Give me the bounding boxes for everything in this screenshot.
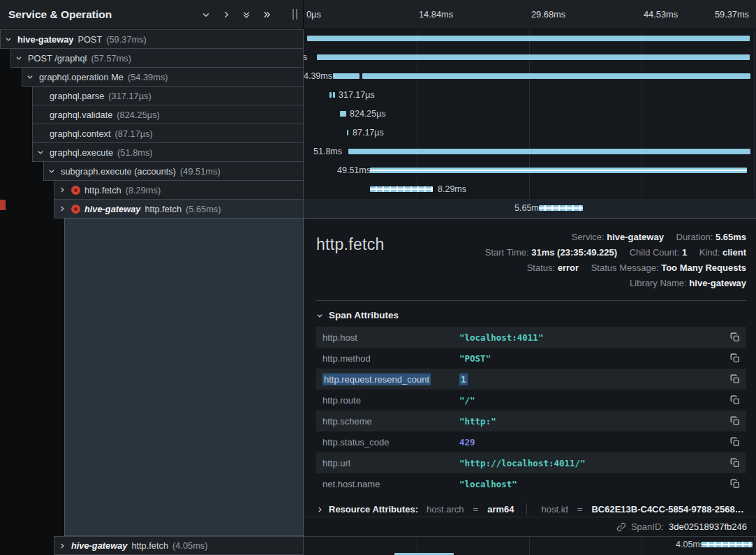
copy-icon[interactable] bbox=[730, 416, 740, 426]
service-name: hive-gateway bbox=[17, 34, 73, 45]
attribute-value: 429 bbox=[459, 437, 475, 447]
error-icon bbox=[71, 186, 80, 195]
span-duration: (51.8ms) bbox=[117, 147, 153, 158]
tree-row-post-graphql[interactable]: POST /graphql (57.57ms) bbox=[10, 48, 304, 68]
span-bar[interactable] bbox=[348, 149, 750, 154]
attribute-key: http.host bbox=[323, 332, 459, 343]
chevron-right-icon[interactable] bbox=[57, 542, 67, 549]
attribute-value: "POST" bbox=[459, 353, 491, 364]
resource-value: arm64 bbox=[487, 504, 514, 515]
copy-icon[interactable] bbox=[730, 458, 740, 468]
bar-duration-label: 51.8ms bbox=[313, 147, 342, 156]
span-bar[interactable] bbox=[362, 73, 750, 79]
span-duration: (87.17µs) bbox=[115, 128, 153, 139]
attribute-key: http.method bbox=[323, 353, 459, 364]
waterfall-row[interactable]: 51.8ms bbox=[304, 142, 756, 161]
chevron-down-icon[interactable] bbox=[24, 73, 35, 80]
span-bar[interactable] bbox=[702, 542, 753, 547]
tree-row-http-fetch-selected[interactable]: hive-gateway http.fetch (5.65ms) bbox=[54, 199, 304, 219]
chevron-down-icon[interactable] bbox=[3, 36, 13, 43]
tree-row-subgraph-execute[interactable]: subgraph.execute (accounts) (49.51ms) bbox=[43, 161, 304, 181]
span-name: graphql.validate bbox=[50, 110, 112, 120]
resource-key: host.id bbox=[542, 504, 568, 515]
span-bar[interactable] bbox=[329, 92, 332, 98]
chevron-down-icon[interactable] bbox=[46, 168, 57, 175]
attribute-key: http.url bbox=[323, 458, 459, 468]
attribute-value: "http:" bbox=[459, 416, 496, 427]
span-bar[interactable] bbox=[307, 36, 750, 41]
tree-row-graphql-context[interactable]: graphql.context (87.17µs) bbox=[32, 124, 304, 143]
span-attributes-table: http.host "localhost:4011" http.method "… bbox=[316, 327, 746, 494]
span-attributes-toggle[interactable]: Span Attributes bbox=[316, 310, 746, 320]
divider bbox=[316, 300, 746, 301]
span-name: graphql.context bbox=[50, 128, 111, 139]
meta-start-time: 31ms (23:35:49.225) bbox=[531, 247, 617, 258]
chevron-right-icon[interactable] bbox=[57, 186, 67, 193]
waterfall-row[interactable]: 317.17µs bbox=[304, 86, 756, 105]
resource-attributes-toggle[interactable]: Resource Attributes: host.arch = arm64 h… bbox=[316, 503, 746, 515]
attribute-value: "localhost" bbox=[459, 479, 517, 489]
tree-row-graphql-execute[interactable]: graphql.execute (51.8ms) bbox=[32, 142, 304, 162]
chevron-right-icon bbox=[316, 506, 323, 513]
attribute-row: http.method "POST" bbox=[316, 348, 746, 369]
span-name: subgraph.execute (accounts) bbox=[61, 166, 176, 177]
meta-status: error bbox=[558, 262, 579, 273]
copy-icon[interactable] bbox=[730, 374, 740, 384]
span-bar[interactable] bbox=[370, 168, 747, 173]
collapse-all-icon[interactable] bbox=[242, 10, 251, 19]
chevron-down-icon bbox=[316, 312, 323, 319]
attribute-row: http.url "http://localhost:4011/" bbox=[316, 452, 746, 473]
span-bar[interactable] bbox=[317, 54, 750, 60]
waterfall-row[interactable] bbox=[304, 29, 756, 48]
tree-row-graphql-parse[interactable]: graphql.parse (317.17µs) bbox=[32, 86, 304, 105]
panel-resize-handle[interactable] bbox=[292, 9, 297, 20]
span-bar[interactable] bbox=[340, 111, 346, 117]
copy-icon[interactable] bbox=[730, 395, 740, 405]
span-bar[interactable] bbox=[539, 205, 583, 211]
waterfall-row[interactable]: 8.29ms bbox=[304, 180, 756, 199]
span-bar[interactable] bbox=[370, 186, 433, 192]
expand-all-icon[interactable] bbox=[262, 10, 271, 19]
tree-row-http-fetch-bottom[interactable]: hive-gateway http.fetch (4.05ms) bbox=[54, 536, 304, 555]
tree-row-http-fetch-1[interactable]: http.fetch (8.29ms) bbox=[54, 180, 304, 200]
tree-row-hive-gateway-post[interactable]: hive-gateway POST (59.37ms) bbox=[0, 29, 304, 49]
attribute-value: "/" bbox=[459, 395, 475, 406]
waterfall-row-bottom[interactable]: 4.05ms bbox=[304, 536, 756, 555]
copy-icon[interactable] bbox=[730, 353, 740, 363]
span-duration: (4.05ms) bbox=[172, 540, 208, 551]
tree-row-graphql-validate[interactable]: graphql.validate (824.25µs) bbox=[32, 105, 304, 124]
chevron-right-icon[interactable] bbox=[57, 205, 67, 212]
attribute-value: 1 bbox=[459, 374, 468, 385]
waterfall-row[interactable]: 54.39ms bbox=[304, 67, 756, 86]
span-duration: (49.51ms) bbox=[180, 166, 221, 177]
chevron-right-icon[interactable] bbox=[222, 10, 230, 19]
service-name: hive-gateway bbox=[71, 540, 127, 551]
waterfall-row[interactable]: 57.57ms bbox=[304, 48, 756, 67]
span-bar[interactable] bbox=[347, 130, 348, 135]
waterfall-row-selected[interactable]: 5.65ms bbox=[304, 199, 756, 218]
waterfall-row[interactable]: 49.51ms bbox=[304, 161, 756, 180]
span-meta: Service: hive-gateway Duration: 5.65ms S… bbox=[485, 230, 746, 291]
attribute-row: http.status_code 429 bbox=[316, 431, 746, 452]
copy-icon[interactable] bbox=[730, 479, 740, 489]
span-id-value: 3de02518937fb246 bbox=[669, 521, 747, 532]
tree-row-graphql-operation[interactable]: graphql.operation Me (54.39ms) bbox=[22, 67, 304, 87]
meta-kind: client bbox=[722, 247, 746, 258]
span-id-footer: SpanID: 3de02518937fb246 bbox=[304, 517, 756, 536]
chevron-down-icon[interactable] bbox=[35, 149, 45, 156]
divider bbox=[526, 503, 527, 515]
meta-child-count: 1 bbox=[682, 247, 687, 258]
waterfall-row[interactable]: 824.25µs bbox=[304, 105, 756, 124]
chevron-down-icon[interactable] bbox=[13, 54, 24, 61]
bar-duration-label: 54.39ms bbox=[304, 71, 332, 81]
error-icon bbox=[71, 205, 80, 214]
attribute-key: net.host.name bbox=[323, 479, 459, 489]
copy-icon[interactable] bbox=[730, 437, 740, 447]
waterfall-row[interactable]: 87.17µs bbox=[304, 124, 756, 142]
span-bar[interactable] bbox=[333, 73, 360, 79]
span-bar[interactable] bbox=[333, 92, 335, 98]
span-name: graphql.operation Me bbox=[39, 72, 124, 82]
chevron-down-icon[interactable] bbox=[202, 10, 210, 19]
copy-icon[interactable] bbox=[730, 332, 740, 342]
bar-duration-label: 4.05ms bbox=[676, 540, 704, 549]
